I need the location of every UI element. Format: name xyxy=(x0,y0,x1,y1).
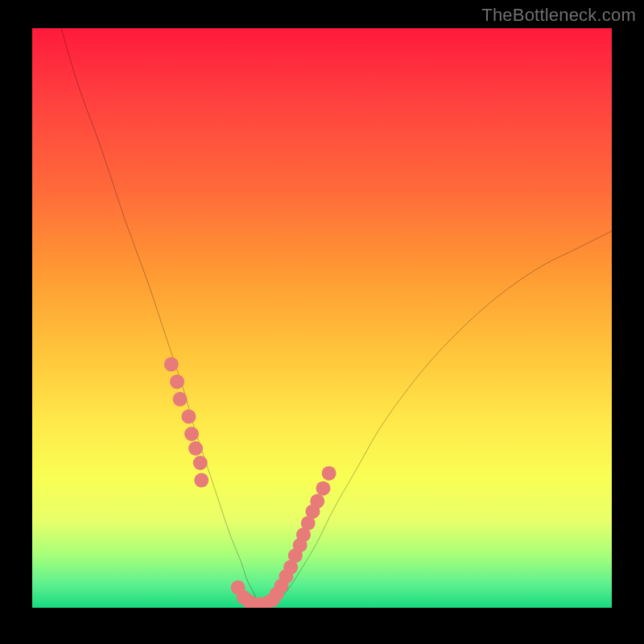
bottleneck-curve xyxy=(32,28,612,608)
plot-area xyxy=(32,28,612,608)
highlight-dot xyxy=(164,357,179,372)
highlight-dot xyxy=(188,441,203,456)
highlight-dot xyxy=(184,427,199,441)
highlight-dot xyxy=(181,409,196,423)
highlight-dot xyxy=(322,466,336,481)
highlight-dot xyxy=(194,473,208,488)
highlight-dot xyxy=(173,392,188,407)
highlight-dot xyxy=(310,494,324,509)
watermark-label: TheBottleneck.com xyxy=(481,5,636,26)
highlight-dot xyxy=(193,456,208,470)
highlight-dots xyxy=(164,357,336,608)
highlight-dot xyxy=(170,374,184,389)
curve-path xyxy=(61,28,612,608)
chart-frame: TheBottleneck.com xyxy=(0,0,644,644)
highlight-dot xyxy=(316,481,330,496)
